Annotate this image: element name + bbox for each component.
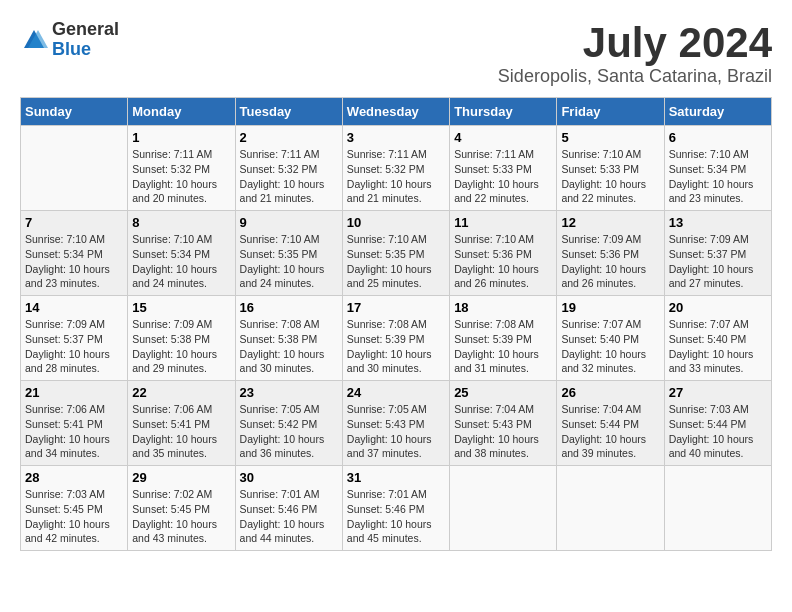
day-info: Sunrise: 7:11 AM Sunset: 5:32 PM Dayligh… [132, 147, 230, 206]
calendar-cell: 10Sunrise: 7:10 AM Sunset: 5:35 PM Dayli… [342, 211, 449, 296]
day-info: Sunrise: 7:01 AM Sunset: 5:46 PM Dayligh… [240, 487, 338, 546]
day-number: 6 [669, 130, 767, 145]
day-number: 4 [454, 130, 552, 145]
calendar-cell: 6Sunrise: 7:10 AM Sunset: 5:34 PM Daylig… [664, 126, 771, 211]
calendar-cell: 23Sunrise: 7:05 AM Sunset: 5:42 PM Dayli… [235, 381, 342, 466]
calendar-cell: 15Sunrise: 7:09 AM Sunset: 5:38 PM Dayli… [128, 296, 235, 381]
location-subtitle: Sideropolis, Santa Catarina, Brazil [498, 66, 772, 87]
day-number: 2 [240, 130, 338, 145]
day-number: 19 [561, 300, 659, 315]
calendar-body: 1Sunrise: 7:11 AM Sunset: 5:32 PM Daylig… [21, 126, 772, 551]
calendar-table: SundayMondayTuesdayWednesdayThursdayFrid… [20, 97, 772, 551]
day-info: Sunrise: 7:05 AM Sunset: 5:43 PM Dayligh… [347, 402, 445, 461]
header-thursday: Thursday [450, 98, 557, 126]
calendar-cell: 25Sunrise: 7:04 AM Sunset: 5:43 PM Dayli… [450, 381, 557, 466]
calendar-cell: 24Sunrise: 7:05 AM Sunset: 5:43 PM Dayli… [342, 381, 449, 466]
calendar-cell [450, 466, 557, 551]
day-info: Sunrise: 7:07 AM Sunset: 5:40 PM Dayligh… [669, 317, 767, 376]
day-number: 12 [561, 215, 659, 230]
calendar-cell: 19Sunrise: 7:07 AM Sunset: 5:40 PM Dayli… [557, 296, 664, 381]
calendar-cell: 1Sunrise: 7:11 AM Sunset: 5:32 PM Daylig… [128, 126, 235, 211]
day-info: Sunrise: 7:06 AM Sunset: 5:41 PM Dayligh… [132, 402, 230, 461]
day-number: 28 [25, 470, 123, 485]
day-info: Sunrise: 7:07 AM Sunset: 5:40 PM Dayligh… [561, 317, 659, 376]
day-number: 1 [132, 130, 230, 145]
header-tuesday: Tuesday [235, 98, 342, 126]
logo-icon [20, 26, 48, 54]
calendar-cell: 17Sunrise: 7:08 AM Sunset: 5:39 PM Dayli… [342, 296, 449, 381]
calendar-cell: 7Sunrise: 7:10 AM Sunset: 5:34 PM Daylig… [21, 211, 128, 296]
calendar-cell: 22Sunrise: 7:06 AM Sunset: 5:41 PM Dayli… [128, 381, 235, 466]
day-number: 21 [25, 385, 123, 400]
month-title: July 2024 [498, 20, 772, 66]
header-row: SundayMondayTuesdayWednesdayThursdayFrid… [21, 98, 772, 126]
calendar-cell: 21Sunrise: 7:06 AM Sunset: 5:41 PM Dayli… [21, 381, 128, 466]
day-info: Sunrise: 7:02 AM Sunset: 5:45 PM Dayligh… [132, 487, 230, 546]
day-info: Sunrise: 7:10 AM Sunset: 5:36 PM Dayligh… [454, 232, 552, 291]
day-info: Sunrise: 7:04 AM Sunset: 5:44 PM Dayligh… [561, 402, 659, 461]
day-info: Sunrise: 7:05 AM Sunset: 5:42 PM Dayligh… [240, 402, 338, 461]
day-number: 24 [347, 385, 445, 400]
calendar-cell: 18Sunrise: 7:08 AM Sunset: 5:39 PM Dayli… [450, 296, 557, 381]
header-friday: Friday [557, 98, 664, 126]
day-info: Sunrise: 7:11 AM Sunset: 5:32 PM Dayligh… [240, 147, 338, 206]
day-info: Sunrise: 7:09 AM Sunset: 5:37 PM Dayligh… [669, 232, 767, 291]
day-number: 7 [25, 215, 123, 230]
day-number: 10 [347, 215, 445, 230]
logo-text: General Blue [52, 20, 119, 60]
day-number: 26 [561, 385, 659, 400]
day-number: 3 [347, 130, 445, 145]
calendar-cell [664, 466, 771, 551]
day-info: Sunrise: 7:10 AM Sunset: 5:35 PM Dayligh… [347, 232, 445, 291]
day-info: Sunrise: 7:03 AM Sunset: 5:45 PM Dayligh… [25, 487, 123, 546]
calendar-cell: 29Sunrise: 7:02 AM Sunset: 5:45 PM Dayli… [128, 466, 235, 551]
calendar-cell: 28Sunrise: 7:03 AM Sunset: 5:45 PM Dayli… [21, 466, 128, 551]
title-section: July 2024 Sideropolis, Santa Catarina, B… [498, 20, 772, 87]
day-number: 31 [347, 470, 445, 485]
day-info: Sunrise: 7:10 AM Sunset: 5:33 PM Dayligh… [561, 147, 659, 206]
calendar-cell: 12Sunrise: 7:09 AM Sunset: 5:36 PM Dayli… [557, 211, 664, 296]
header-wednesday: Wednesday [342, 98, 449, 126]
calendar-header: SundayMondayTuesdayWednesdayThursdayFrid… [21, 98, 772, 126]
header-saturday: Saturday [664, 98, 771, 126]
day-number: 20 [669, 300, 767, 315]
calendar-cell: 20Sunrise: 7:07 AM Sunset: 5:40 PM Dayli… [664, 296, 771, 381]
calendar-cell: 2Sunrise: 7:11 AM Sunset: 5:32 PM Daylig… [235, 126, 342, 211]
day-info: Sunrise: 7:11 AM Sunset: 5:33 PM Dayligh… [454, 147, 552, 206]
calendar-cell: 14Sunrise: 7:09 AM Sunset: 5:37 PM Dayli… [21, 296, 128, 381]
header-monday: Monday [128, 98, 235, 126]
calendar-cell: 13Sunrise: 7:09 AM Sunset: 5:37 PM Dayli… [664, 211, 771, 296]
calendar-cell: 26Sunrise: 7:04 AM Sunset: 5:44 PM Dayli… [557, 381, 664, 466]
week-row-1: 1Sunrise: 7:11 AM Sunset: 5:32 PM Daylig… [21, 126, 772, 211]
day-number: 14 [25, 300, 123, 315]
day-number: 5 [561, 130, 659, 145]
day-number: 13 [669, 215, 767, 230]
day-info: Sunrise: 7:10 AM Sunset: 5:35 PM Dayligh… [240, 232, 338, 291]
day-info: Sunrise: 7:08 AM Sunset: 5:39 PM Dayligh… [454, 317, 552, 376]
week-row-4: 21Sunrise: 7:06 AM Sunset: 5:41 PM Dayli… [21, 381, 772, 466]
day-number: 22 [132, 385, 230, 400]
day-number: 27 [669, 385, 767, 400]
day-info: Sunrise: 7:01 AM Sunset: 5:46 PM Dayligh… [347, 487, 445, 546]
header-sunday: Sunday [21, 98, 128, 126]
calendar-cell: 27Sunrise: 7:03 AM Sunset: 5:44 PM Dayli… [664, 381, 771, 466]
day-info: Sunrise: 7:11 AM Sunset: 5:32 PM Dayligh… [347, 147, 445, 206]
calendar-cell [21, 126, 128, 211]
week-row-5: 28Sunrise: 7:03 AM Sunset: 5:45 PM Dayli… [21, 466, 772, 551]
calendar-cell: 11Sunrise: 7:10 AM Sunset: 5:36 PM Dayli… [450, 211, 557, 296]
day-info: Sunrise: 7:09 AM Sunset: 5:36 PM Dayligh… [561, 232, 659, 291]
day-number: 18 [454, 300, 552, 315]
calendar-cell: 9Sunrise: 7:10 AM Sunset: 5:35 PM Daylig… [235, 211, 342, 296]
logo-blue-text: Blue [52, 40, 119, 60]
calendar-cell: 3Sunrise: 7:11 AM Sunset: 5:32 PM Daylig… [342, 126, 449, 211]
week-row-3: 14Sunrise: 7:09 AM Sunset: 5:37 PM Dayli… [21, 296, 772, 381]
day-number: 9 [240, 215, 338, 230]
day-info: Sunrise: 7:08 AM Sunset: 5:38 PM Dayligh… [240, 317, 338, 376]
day-info: Sunrise: 7:09 AM Sunset: 5:37 PM Dayligh… [25, 317, 123, 376]
calendar-cell: 4Sunrise: 7:11 AM Sunset: 5:33 PM Daylig… [450, 126, 557, 211]
day-number: 23 [240, 385, 338, 400]
calendar-cell: 30Sunrise: 7:01 AM Sunset: 5:46 PM Dayli… [235, 466, 342, 551]
calendar-cell: 31Sunrise: 7:01 AM Sunset: 5:46 PM Dayli… [342, 466, 449, 551]
day-info: Sunrise: 7:10 AM Sunset: 5:34 PM Dayligh… [132, 232, 230, 291]
page-header: General Blue July 2024 Sideropolis, Sant… [20, 20, 772, 87]
